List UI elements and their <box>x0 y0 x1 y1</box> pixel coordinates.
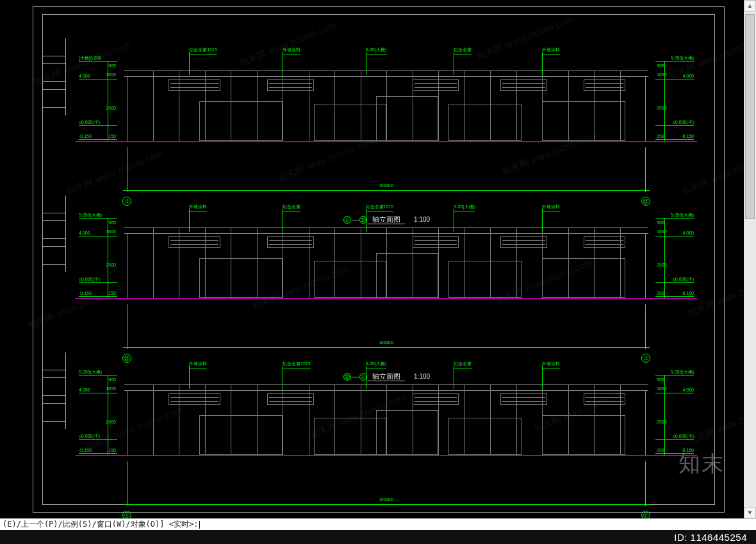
louver-window <box>267 236 314 248</box>
door-opening <box>376 96 438 141</box>
dimension-value: 2500 <box>106 420 116 424</box>
dimension-value: 1650 <box>106 229 116 234</box>
elevation-view: 铝合金窗1515外墙涂料5-20(大檐)铝合金窗外墙涂料[大檐]5.0504.0… <box>79 35 694 179</box>
dimension-value: 150 <box>108 291 116 295</box>
command-line-caret <box>199 521 200 529</box>
elevation-level-label: -0.150 <box>79 291 92 295</box>
dimension-value: 150 <box>108 448 116 452</box>
louver-window <box>267 393 314 405</box>
door-opening <box>542 415 625 455</box>
elevation-level-label: 4.000 <box>79 74 90 78</box>
scroll-thumb[interactable] <box>745 14 755 219</box>
dimension-value: 1650 <box>657 386 667 391</box>
dimension-value: 40000 <box>127 183 646 188</box>
dimension-value: 2500 <box>657 263 667 267</box>
vertical-dimension-right: 5.050(大檐)4.000±0.000(平)-0.15015025001650… <box>655 375 694 455</box>
door-opening <box>448 261 521 298</box>
vertical-scrollbar[interactable]: ▲ ▼ <box>744 0 756 518</box>
dimension-value: 150 <box>108 134 116 138</box>
elevation-level-label: 5.050(大檐) <box>671 213 694 217</box>
vertical-dimension-left: 5.050(大檐)4.000±0.000(平)-0.15015025001650… <box>79 375 117 455</box>
door-opening <box>199 415 283 455</box>
dimension-value: 40000 <box>127 340 646 345</box>
louver-window <box>584 393 625 405</box>
louver-window <box>584 236 625 248</box>
door-opening <box>199 101 283 141</box>
elevation-level-label: ±0.000(平) <box>673 434 694 438</box>
door-opening <box>448 104 521 141</box>
door-opening <box>542 101 625 141</box>
elevation-level-label: -0.150 <box>681 134 694 138</box>
louver-window <box>500 393 547 405</box>
dimension-value: 2500 <box>106 106 116 110</box>
elevation-view: 外墙涂料铝合金窗15155-20(大檐)铝合金窗外墙涂料5.050(大檐)4.0… <box>79 349 694 493</box>
louver-window <box>168 236 220 248</box>
door-opening <box>376 253 438 298</box>
louver-window <box>168 79 220 91</box>
door-opening <box>199 258 283 298</box>
scroll-up-button[interactable]: ▲ <box>744 0 756 12</box>
elevation-level-label: -0.150 <box>79 134 92 138</box>
vertical-dimension-right: 5.050(大檐)4.000±0.000(平)-0.15015025001650… <box>655 61 694 141</box>
dimension-value: 1650 <box>657 72 667 77</box>
elevation-level-label: ±0.000(平) <box>79 120 100 124</box>
louver-window <box>267 79 314 91</box>
titleblock-column <box>43 38 66 115</box>
cad-app-window: 知末 铝合金窗1515外墙涂料5-20(大檐)铝合金窗外墙涂料[大檐]5.050… <box>0 0 756 544</box>
dimension-value: 900 <box>108 63 116 68</box>
louver-window <box>413 236 459 248</box>
elevation-view: 外墙涂料铝合金窗铝合金窗15155-20(大檐)外墙涂料5.050(大檐)4.0… <box>79 192 694 336</box>
structural-mullion <box>153 70 154 141</box>
ground-line <box>76 298 697 299</box>
titleblock-column <box>43 195 66 272</box>
louver-window <box>413 393 459 405</box>
structural-mullion <box>153 227 154 298</box>
elevation-level-label: 5.050(大檐) <box>671 56 694 60</box>
dimension-value: 900 <box>108 377 116 382</box>
titleblock-column <box>43 352 66 429</box>
elevation-level-label: -0.150 <box>79 448 92 452</box>
dimension-value: 2500 <box>657 106 667 110</box>
dimension-value: 150 <box>657 291 664 295</box>
louver-window <box>413 79 459 91</box>
building-elevation <box>127 70 646 141</box>
dimension-value: 1650 <box>106 386 116 391</box>
ground-line <box>76 141 697 142</box>
dimension-value: 900 <box>108 220 116 225</box>
asset-id: ID: 1146445254 <box>674 532 747 543</box>
louver-window <box>168 393 220 405</box>
door-opening <box>376 410 438 455</box>
drawing-canvas[interactable]: 知末 铝合金窗1515外墙涂料5-20(大檐)铝合金窗外墙涂料[大檐]5.050… <box>5 0 744 518</box>
elevation-level-label: 4.000 <box>682 74 694 78</box>
elevation-level-label: ±0.000(平) <box>673 277 694 281</box>
vertical-dimension-left: [大檐]5.0504.000±0.000(平)-0.15015025001650… <box>79 61 117 141</box>
ground-line <box>76 455 697 456</box>
dimension-value: 900 <box>657 63 664 68</box>
command-line[interactable]: (E)/上一个(P)/比例(S)/窗口(W)/对象(O)] <实时>: <box>0 518 756 530</box>
structural-mullion <box>153 384 154 455</box>
elevation-level-label: ±0.000(平) <box>79 434 100 438</box>
dimension-value: 900 <box>657 377 664 382</box>
vertical-dimension-left: 5.050(大檐)4.000±0.000(平)-0.15015025001650… <box>79 218 117 298</box>
elevation-level-label: 5.050(大檐) <box>79 370 102 374</box>
dimension-value: 2500 <box>106 263 116 267</box>
dimension-value: 150 <box>657 134 664 138</box>
command-line-text: (E)/上一个(P)/比例(S)/窗口(W)/对象(O)] <实时>: <box>3 519 198 530</box>
elevation-level-label: 5.050(大檐) <box>671 370 694 374</box>
dimension-value: 1650 <box>657 229 667 234</box>
elevation-level-label: ±0.000(平) <box>673 120 694 124</box>
elevation-level-label: ±0.000(平) <box>79 277 100 281</box>
louver-window <box>584 79 625 91</box>
dimension-value: 44000 <box>127 497 646 502</box>
scroll-down-button[interactable]: ▼ <box>744 507 756 518</box>
footer-bar: ID: 1146445254 <box>0 530 756 544</box>
dimension-value: 150 <box>657 448 664 452</box>
door-opening <box>542 258 625 298</box>
vertical-dimension-right: 5.050(大檐)4.000±0.000(平)-0.15015025001650… <box>655 218 694 298</box>
dimension-value: 2500 <box>657 420 667 424</box>
door-opening <box>448 418 521 455</box>
elevation-level-label: -0.150 <box>681 448 694 452</box>
dimension-value: 1650 <box>106 72 116 77</box>
louver-window <box>500 79 547 91</box>
elevation-level-label: 4.000 <box>682 231 694 235</box>
